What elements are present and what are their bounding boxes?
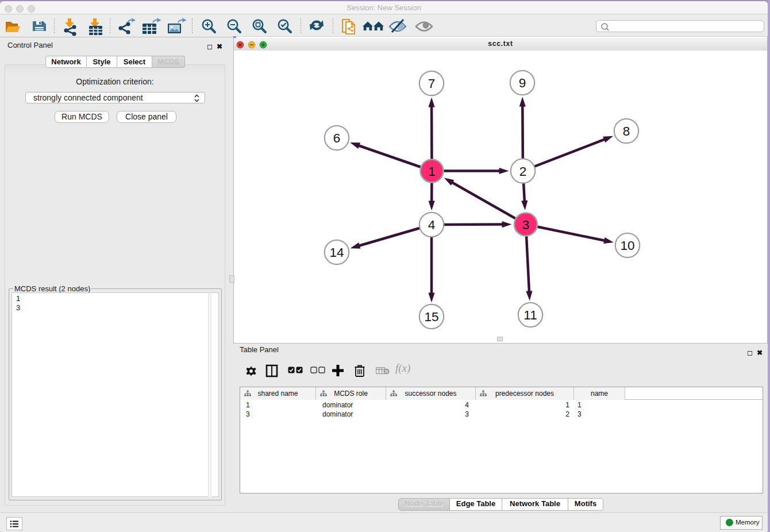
svg-text:9: 9: [519, 76, 526, 90]
svg-text:6: 6: [333, 131, 341, 145]
svg-text:2: 2: [519, 164, 527, 179]
svg-text:8: 8: [623, 124, 630, 138]
svg-text:15: 15: [424, 310, 438, 324]
svg-text:10: 10: [620, 238, 634, 253]
svg-text:1: 1: [428, 164, 436, 179]
svg-text:3: 3: [522, 218, 530, 232]
svg-text:11: 11: [523, 308, 537, 322]
svg-text:14: 14: [329, 245, 344, 260]
svg-text:7: 7: [428, 76, 436, 91]
svg-text:4: 4: [428, 218, 436, 232]
